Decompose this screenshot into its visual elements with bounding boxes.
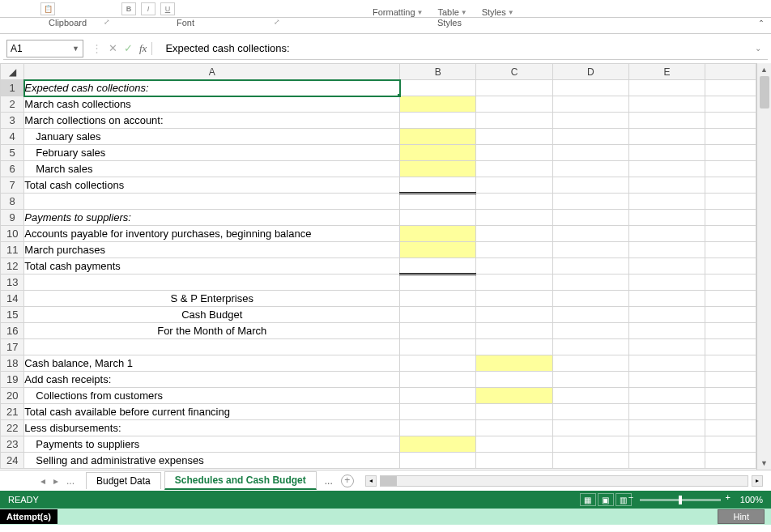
cell[interactable] — [476, 129, 552, 145]
cell[interactable] — [476, 145, 552, 161]
cell[interactable] — [24, 275, 400, 291]
cell[interactable]: March sales — [24, 161, 400, 177]
cell[interactable] — [705, 307, 756, 323]
cell[interactable]: Cash Budget — [24, 307, 400, 323]
cell[interactable]: Add cash receipts: — [24, 372, 400, 388]
cell[interactable] — [400, 355, 476, 372]
column-header-a[interactable]: A — [24, 64, 400, 80]
cell[interactable] — [552, 161, 628, 177]
cell[interactable] — [705, 323, 756, 339]
cell[interactable] — [400, 258, 476, 275]
cell[interactable] — [476, 307, 552, 323]
select-all-corner[interactable]: ◢ — [1, 64, 24, 80]
cell[interactable]: Collections from customers — [24, 388, 400, 404]
cell[interactable]: March cash collections — [24, 96, 400, 113]
row-header[interactable]: 7 — [1, 177, 24, 194]
cell[interactable] — [705, 242, 756, 258]
cell[interactable] — [400, 404, 476, 420]
cell[interactable] — [705, 161, 756, 177]
cell[interactable] — [476, 355, 552, 372]
column-header-c[interactable]: C — [476, 64, 552, 80]
horizontal-scrollbar[interactable] — [380, 475, 748, 487]
underline-icon[interactable]: U — [160, 2, 175, 15]
cell[interactable] — [628, 177, 705, 194]
cell[interactable]: For the Month of March — [24, 323, 400, 339]
cell[interactable] — [476, 436, 552, 453]
enter-formula-icon[interactable]: ✓ — [124, 42, 133, 54]
cell[interactable] — [552, 177, 628, 194]
cell[interactable] — [552, 420, 628, 436]
hint-button[interactable]: Hint — [718, 509, 765, 524]
zoom-slider-thumb[interactable] — [679, 496, 682, 504]
hscroll-left-icon[interactable]: ◂ — [365, 475, 377, 487]
cell[interactable] — [476, 453, 552, 469]
sheet-tab-budget-data[interactable]: Budget Data — [86, 472, 161, 489]
vertical-scroll-thumb[interactable] — [760, 76, 769, 109]
add-sheet-icon[interactable]: + — [341, 475, 354, 487]
cell[interactable] — [552, 210, 628, 226]
cell[interactable] — [476, 194, 552, 210]
tab-nav-more[interactable]: ... — [66, 475, 75, 487]
cell[interactable] — [24, 194, 400, 210]
italic-icon[interactable]: I — [141, 2, 155, 15]
cell[interactable] — [400, 80, 476, 96]
row-header[interactable]: 17 — [1, 339, 24, 355]
cell[interactable] — [400, 291, 476, 307]
cell[interactable] — [552, 226, 628, 242]
conditional-formatting-dropdown[interactable]: Formatting▼ — [373, 7, 424, 17]
cell[interactable] — [705, 420, 756, 436]
cell[interactable] — [552, 194, 628, 210]
row-header[interactable]: 11 — [1, 242, 24, 258]
row-header[interactable]: 14 — [1, 291, 24, 307]
cell[interactable] — [400, 436, 476, 453]
collapse-ribbon-icon[interactable]: ˆ — [760, 19, 763, 31]
tab-nav-next-icon[interactable]: ▸ — [53, 475, 58, 487]
row-header[interactable]: 20 — [1, 388, 24, 404]
row-header[interactable]: 3 — [1, 113, 24, 129]
cell[interactable] — [628, 339, 705, 355]
cell[interactable]: Payments to suppliers — [24, 436, 400, 453]
cell[interactable] — [628, 145, 705, 161]
cell[interactable] — [628, 258, 705, 275]
vertical-scrollbar[interactable]: ▲ ▼ — [756, 63, 771, 470]
cell[interactable] — [628, 96, 705, 113]
cell[interactable] — [400, 226, 476, 242]
cell[interactable] — [476, 291, 552, 307]
bold-icon[interactable]: B — [121, 2, 136, 15]
cell[interactable] — [552, 339, 628, 355]
cell[interactable] — [476, 404, 552, 420]
cell[interactable] — [628, 404, 705, 420]
cell[interactable] — [705, 339, 756, 355]
cell[interactable] — [705, 210, 756, 226]
column-header-d[interactable]: D — [552, 64, 628, 80]
cell[interactable]: Expected cash collections: — [24, 80, 400, 96]
cell[interactable]: January sales — [24, 129, 400, 145]
cell[interactable] — [628, 307, 705, 323]
cell[interactable] — [552, 145, 628, 161]
cell-styles-dropdown[interactable]: Styles▼ — [482, 7, 514, 17]
cell[interactable] — [552, 113, 628, 129]
cell[interactable]: S & P Enterprises — [24, 291, 400, 307]
zoom-slider[interactable] — [640, 499, 721, 501]
cell[interactable] — [400, 242, 476, 258]
cell[interactable] — [476, 242, 552, 258]
cell[interactable] — [24, 339, 400, 355]
cell[interactable] — [552, 404, 628, 420]
cell[interactable] — [400, 388, 476, 404]
cell[interactable] — [552, 323, 628, 339]
row-header[interactable]: 15 — [1, 307, 24, 323]
cell[interactable] — [705, 129, 756, 145]
row-header[interactable]: 23 — [1, 436, 24, 453]
cell[interactable]: Cash balance, March 1 — [24, 355, 400, 372]
cell[interactable] — [628, 161, 705, 177]
cell[interactable] — [476, 177, 552, 194]
clipboard-dialog-launcher[interactable]: ⤢ — [104, 18, 110, 26]
cell[interactable] — [476, 323, 552, 339]
name-box[interactable]: A1 ▼ — [6, 40, 83, 57]
cell[interactable]: Total cash available before current fina… — [24, 404, 400, 420]
cell[interactable] — [628, 129, 705, 145]
row-header[interactable]: 12 — [1, 258, 24, 275]
cell[interactable] — [705, 145, 756, 161]
cell[interactable] — [552, 372, 628, 388]
cell[interactable]: Payments to suppliers: — [24, 210, 400, 226]
